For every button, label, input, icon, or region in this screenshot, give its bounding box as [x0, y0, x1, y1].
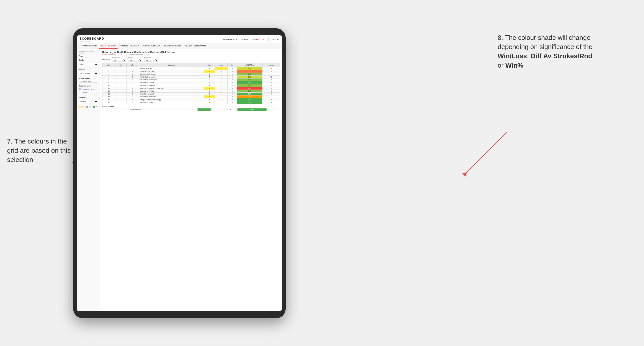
cell-rounds: 3 [262, 87, 280, 90]
division-label: Division [78, 68, 98, 70]
cell-rounds [262, 95, 280, 98]
cell-conf: 6 [126, 87, 139, 90]
gender-label: Gender [78, 59, 98, 61]
gender-select[interactable]: Men's [78, 63, 98, 66]
cell-rank: 13 [102, 93, 116, 95]
cell-opponent: Auburn University [139, 67, 204, 70]
team-section: Team [78, 55, 98, 57]
nav-tournaments[interactable]: TOURNAMENTS [220, 38, 237, 40]
radio-opponents-played-input[interactable] [79, 88, 81, 90]
cell-loss: 1 [215, 73, 228, 76]
cell-win: 3 [204, 93, 215, 95]
region-filter: Region (All) [128, 57, 142, 61]
cell-diff: 1.83 [237, 76, 262, 78]
cell-diff: 2.33 [237, 90, 262, 93]
data-table: #Rank #Reg #Conf Opponent Win Loss Tie D… [102, 63, 280, 104]
cell-win: 5 [204, 98, 215, 101]
cell-opponent: University of Washington [139, 78, 204, 81]
grid-content: University of North Carolina Head-to-Hea… [100, 49, 282, 311]
colour-by-select[interactable]: Win/loss [78, 100, 98, 103]
cell-conf: 1 [126, 93, 139, 95]
division-record-label: Division Record: 88 - 17 - 0 [129, 54, 149, 56]
cell-rounds: 2 [262, 81, 280, 84]
cell-rounds: 9 [262, 67, 280, 70]
table-row: 2 - 1 Auburn University 2 1 0 1.67 9 [102, 67, 280, 70]
cell-win: 1 [204, 78, 215, 81]
cell-diff: -1.00 [237, 95, 262, 98]
cell-tie: 0 [228, 78, 237, 81]
cell-loss: 0 [215, 98, 228, 101]
gender-section: Gender Men's [78, 59, 98, 66]
team-label: Team [78, 55, 98, 57]
cell-rank: 16 [102, 101, 116, 104]
cell-reg: - [116, 81, 126, 84]
cell-opponent: Georgia Institute of Technology [139, 98, 204, 101]
out-of-division: Out of division NCAA Division II 1 0 0 2… [102, 106, 280, 111]
cell-rank: 3 [102, 70, 116, 73]
cell-tie: 0 [228, 67, 237, 70]
out-of-division-label: Out of division [102, 106, 280, 108]
cell-diff: 3.67 [237, 78, 262, 81]
cell-rounds: 9 [262, 98, 280, 101]
cell-tie: 0 [228, 84, 237, 87]
conference-select[interactable]: (All) [112, 59, 126, 61]
table-row: 8 - 2 University of Washington 1 0 0 3.6… [102, 78, 280, 81]
tablet-screen: SCOREBOARD Powered by clippd TOURNAMENTS… [77, 35, 282, 311]
nav-teams[interactable]: TEAMS [240, 38, 248, 40]
cell-od-diff: 26.00 [238, 108, 267, 111]
cell-opponent: University of Oklahoma [139, 95, 204, 98]
cell-rank: 9 [102, 81, 116, 84]
cell-conf: 3 [126, 90, 139, 93]
cell-reg: - [116, 73, 126, 76]
cell-opponent: University of Virginia [139, 90, 204, 93]
app-header: SCOREBOARD Powered by clippd TOURNAMENTS… [77, 35, 282, 43]
tab-player-summary[interactable]: PLAYER SUMMARY [141, 43, 162, 49]
opponent-select[interactable]: (All) [144, 59, 158, 61]
tab-team-h2h-grid[interactable]: TEAM H2H GRID [99, 43, 118, 49]
cell-rounds: 3 [262, 78, 280, 81]
cell-loss: 0 [215, 81, 228, 84]
cell-opponent: Texas Tech University [139, 93, 204, 95]
tablet-device: SCOREBOARD Powered by clippd TOURNAMENTS… [73, 28, 286, 318]
cell-diff: 5.56 [237, 93, 262, 95]
nav-committee[interactable]: COMMITTEE [252, 38, 265, 40]
cell-tie: 0 [228, 90, 237, 93]
cell-conf: 2 [126, 101, 139, 104]
region-select[interactable]: (All) [128, 59, 142, 61]
cell-rank: 15 [102, 98, 116, 101]
table-row: 14 - 2 University of Oklahoma 0 1 0 -1.0… [102, 95, 280, 98]
tab-team-summary[interactable]: TEAM SUMMARY [80, 43, 99, 49]
tab-team-h2h-heatmap[interactable]: TEAM H2H HEATMAP [118, 43, 141, 49]
table-row: 11 - 6 University of Arkansas, Fayettevi… [102, 87, 280, 90]
nav-links: TOURNAMENTS TEAMS COMMITTEE Sign out [220, 38, 279, 41]
cell-tie: 0 [228, 73, 237, 76]
cell-win: 0 [204, 95, 215, 98]
radio-top100-input[interactable] [79, 92, 81, 94]
cell-reg: - [116, 98, 126, 101]
cell-rounds: 8 [262, 84, 280, 87]
col-loss: Loss [215, 63, 228, 67]
table-row: 9 - 3 University of Arizona 1 0 0 9.00 2 [102, 81, 280, 84]
cell-reg: - [116, 90, 126, 93]
tab-player-h2h-grid[interactable]: PLAYER H2H GRID [162, 43, 183, 49]
out-of-division-table: NCAA Division II 1 0 0 26.00 3 [102, 108, 280, 111]
cell-opponent: Florida State University [139, 76, 204, 78]
color-legend: Down Level Up [78, 106, 98, 108]
division-section: Division NCAA Division I [78, 68, 98, 75]
sign-out[interactable]: Sign out [272, 38, 279, 40]
table-row: 4 - 1 Arizona State University 5 1 0 2.2… [102, 73, 280, 76]
cell-od-reg [111, 108, 120, 111]
annotation-left: 7. The colours in the grid are based on … [7, 137, 73, 165]
cell-tie: 0 [228, 70, 237, 73]
filter-row: Opponents: Conference (All) Region (All) [102, 57, 280, 61]
color-level [86, 106, 88, 108]
tab-player-h2h-heatmap[interactable]: PLAYER H2H HEATMAP [183, 43, 208, 49]
opponent-view-label: Opponent View [78, 85, 98, 87]
cell-reg: - [116, 95, 126, 98]
cell-opponent: University of Arizona [139, 81, 204, 84]
cell-diff: -4.33 [237, 87, 262, 90]
main-content: Last Updated: 27/03/2024 16:55:38 Team G… [77, 49, 282, 311]
division-select[interactable]: NCAA Division I [78, 72, 98, 75]
cell-rank: 4 [102, 73, 116, 76]
cell-rank: 10 [102, 84, 116, 87]
